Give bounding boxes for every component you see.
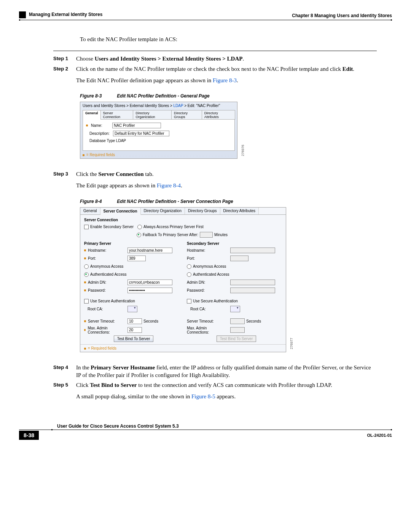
failback-field[interactable]	[200, 232, 213, 238]
step3-body: Click the Server Connection tab. The Edi…	[76, 170, 377, 190]
secondary-title: Secondary Server	[187, 241, 286, 246]
required-dot	[86, 125, 88, 126]
enable-secondary-checkbox[interactable]	[84, 225, 89, 229]
tab-server-connection[interactable]: Server Connection	[100, 110, 134, 120]
tab-directory-organization[interactable]: Directory Organization	[141, 208, 185, 214]
primary-timeout-field[interactable]	[127, 318, 142, 324]
sec-secure-label: Use Secure Authentication	[193, 299, 238, 303]
intro-text: To edit the NAC Profiler template in ACS…	[80, 35, 377, 43]
step3-label: Step 3	[53, 170, 76, 190]
footer-guide: User Guide for Cisco Secure Access Contr…	[57, 423, 392, 429]
sec-password-label: Password:	[187, 288, 205, 292]
secondary-admindn-field[interactable]	[230, 280, 275, 285]
page-number: 8-38	[19, 431, 39, 440]
always-first-radio[interactable]	[137, 225, 142, 229]
secondary-rootca-dropdown[interactable]	[230, 306, 240, 312]
sec-anon-label: Anonymous Access	[193, 264, 226, 268]
chapter-name: Chapter 8 Managing Users and Identity St…	[292, 13, 392, 18]
tab-server-connection[interactable]: Server Connection	[100, 208, 141, 215]
admindn-label: Admin DN:	[88, 280, 106, 284]
step2-label: Step 2	[53, 65, 76, 85]
secondary-anon-radio[interactable]	[187, 264, 191, 269]
doc-id: OL-24201-01	[367, 433, 392, 438]
steps-rule	[53, 51, 377, 51]
step4-label: Step 4	[53, 364, 76, 379]
fig-code: 276976	[241, 145, 245, 156]
secondary-test-bind-button: Test Bind To Server	[217, 335, 256, 342]
corner-square	[19, 11, 26, 18]
tab-directory-groups[interactable]: Directory Groups	[185, 208, 220, 214]
sec-admindn-label: Admin DN:	[187, 280, 205, 284]
step5-label: Step 5	[53, 381, 76, 401]
step1-label: Step 1	[53, 55, 76, 62]
primary-rootca-dropdown[interactable]	[127, 306, 137, 312]
primary-admindn-field[interactable]	[127, 280, 172, 285]
primary-test-bind-button[interactable]: Test Bind To Server	[114, 335, 154, 342]
sec-timeout-label: Server Timeout:	[187, 319, 214, 323]
primary-maxconn-field[interactable]	[127, 327, 142, 333]
figure-8-3: Users and Identity Stores > External Ide…	[80, 102, 237, 159]
secondary-hostname-field[interactable]	[230, 248, 275, 253]
step4-body: In the Primary Server Hostname field, en…	[76, 364, 377, 379]
primary-port-field[interactable]	[127, 256, 146, 261]
figure-8-4: General Server Connection Directory Orga…	[80, 207, 286, 352]
dbtype-label: Database Type LDAP	[89, 139, 126, 143]
hostname-label: Hostname:	[88, 248, 106, 252]
auth-label: Authenticated Access	[90, 272, 127, 276]
breadcrumb: Users and Identity Stores > External Ide…	[83, 104, 235, 108]
secondary-port-field[interactable]	[230, 256, 249, 261]
failback-label: Failback To Primary Server After:	[143, 233, 198, 237]
tab-general[interactable]: General	[80, 208, 100, 214]
footer-rule	[19, 430, 392, 430]
maxconn-label: Max. Admin Connections:	[88, 326, 126, 334]
name-label: Name:	[91, 123, 110, 128]
failback-radio[interactable]	[137, 233, 141, 237]
fig-code: 276977	[290, 338, 293, 349]
step2-body: Click on the name of the NAC Profiler te…	[76, 65, 377, 85]
primary-password-field[interactable]	[127, 288, 172, 293]
primary-title: Primary Server	[84, 241, 183, 246]
always-first-label: Always Access Primary Server First	[143, 225, 204, 229]
tab-directory-attributes[interactable]: Directory Attributes	[202, 110, 235, 120]
sec-hostname-label: Hostname:	[187, 248, 205, 252]
tab-general[interactable]: General	[83, 110, 101, 120]
sec-rootca-label: Root CA:	[190, 307, 206, 311]
required-note: = Required fields	[83, 151, 235, 158]
sec-timeout-unit: Seconds	[246, 319, 261, 323]
fig84-caption: Figure 8-4Edit NAC Profiler Definition -…	[80, 199, 377, 204]
step1-body: Choose Users and Identity Stores > Exter…	[76, 55, 377, 62]
primary-auth-radio[interactable]	[84, 272, 89, 277]
secondary-password-field[interactable]	[230, 288, 275, 293]
secondary-maxconn-field[interactable]	[230, 327, 245, 333]
secondary-secure-checkbox[interactable]	[187, 299, 191, 304]
enable-secondary-label: Enable Secondary Server	[90, 225, 136, 229]
sec-auth-label: Authenticated Access	[193, 272, 229, 276]
anon-label: Anonymous Access	[90, 264, 123, 268]
fig83-caption: Figure 8-3Edit NAC Profiler Definition -…	[80, 93, 377, 99]
primary-hostname-field[interactable]	[127, 248, 172, 253]
tab-directory-groups[interactable]: Directory Groups	[171, 110, 202, 120]
timeout-unit: Seconds	[143, 319, 158, 323]
desc-label: Description:	[89, 131, 111, 136]
header-rule	[19, 20, 392, 20]
primary-anon-radio[interactable]	[84, 264, 89, 269]
secondary-timeout-field[interactable]	[230, 318, 245, 324]
server-connection-title: Server Connection	[84, 218, 282, 222]
secure-label: Use Secure Authentication	[90, 299, 135, 303]
section-name: Managing External Identity Stores	[29, 12, 102, 17]
tab-directory-organization[interactable]: Directory Organization	[133, 110, 172, 120]
tab-directory-attributes[interactable]: Directory Attributes	[220, 208, 259, 214]
required-note: = Required fields	[80, 344, 286, 352]
password-label: Password:	[88, 288, 106, 292]
secondary-auth-radio[interactable]	[187, 272, 191, 277]
port-label: Port:	[88, 256, 96, 260]
primary-secure-checkbox[interactable]	[84, 299, 89, 304]
sec-maxconn-label: Max. Admin Connections:	[187, 326, 229, 334]
desc-field[interactable]	[113, 131, 169, 136]
sec-port-label: Port:	[187, 256, 195, 260]
rootca-label: Root CA:	[88, 307, 103, 311]
timeout-label: Server Timeout:	[88, 319, 115, 323]
name-field[interactable]	[112, 123, 161, 128]
step5-body: Click Test Bind to Server to test the co…	[76, 381, 377, 401]
failback-unit: Minutes	[214, 233, 228, 237]
